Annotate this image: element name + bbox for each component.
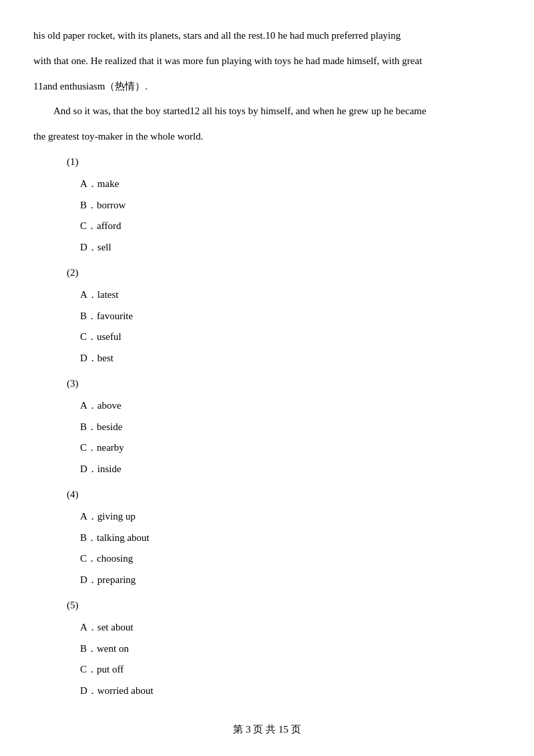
option-4-C: C．choosing — [80, 550, 501, 568]
option-2-B: B．favourite — [80, 307, 501, 326]
option-2-A: A．latest — [80, 286, 501, 305]
question-number-4: (4) — [67, 486, 501, 504]
passage-line5: the greatest toy-maker in the whole worl… — [33, 128, 501, 146]
option-1-B: B．borrow — [80, 196, 501, 215]
question-number-3: (3) — [67, 375, 501, 393]
option-1-C: C．afford — [80, 217, 501, 236]
option-5-D: D．worried about — [80, 682, 501, 701]
passage-line4: And so it was, that the boy started12 al… — [33, 102, 501, 121]
option-1-D: D．sell — [80, 238, 501, 257]
option-3-A: A．above — [80, 397, 501, 415]
questions-container: (1)A．makeB．borrowC．affordD．sell(2)A．late… — [33, 153, 501, 701]
option-3-D: D．inside — [80, 460, 501, 479]
question-4: (4)A．giving upB．talking aboutC．choosingD… — [33, 486, 501, 590]
option-1-A: A．make — [80, 175, 501, 194]
option-5-C: C．put off — [80, 660, 501, 679]
option-5-A: A．set about — [80, 618, 501, 637]
question-number-2: (2) — [67, 264, 501, 282]
option-2-D: D．best — [80, 349, 501, 368]
footer-text: 第 3 页 共 15 页 — [233, 724, 300, 735]
question-2: (2)A．latestB．favouriteC．usefulD．best — [33, 264, 501, 368]
page-footer: 第 3 页 共 15 页 — [33, 721, 501, 739]
question-3: (3)A．aboveB．besideC．nearbyD．inside — [33, 375, 501, 479]
passage-line3: 11and enthusiasm（热情）. — [33, 77, 501, 96]
option-3-B: B．beside — [80, 418, 501, 437]
question-1: (1)A．makeB．borrowC．affordD．sell — [33, 153, 501, 257]
option-4-B: B．talking about — [80, 529, 501, 548]
question-5: (5)A．set aboutB．went onC．put offD．worrie… — [33, 596, 501, 701]
option-3-C: C．nearby — [80, 439, 501, 457]
passage-line2: with that one. He realized that it was m… — [33, 52, 501, 71]
question-number-5: (5) — [67, 596, 501, 614]
option-2-C: C．useful — [80, 328, 501, 347]
passage-container: his old paper rocket, with its planets, … — [33, 27, 501, 146]
question-number-1: (1) — [67, 153, 501, 171]
option-4-A: A．giving up — [80, 508, 501, 526]
passage-line1: his old paper rocket, with its planets, … — [33, 27, 501, 45]
option-5-B: B．went on — [80, 640, 501, 658]
option-4-D: D．preparing — [80, 571, 501, 590]
